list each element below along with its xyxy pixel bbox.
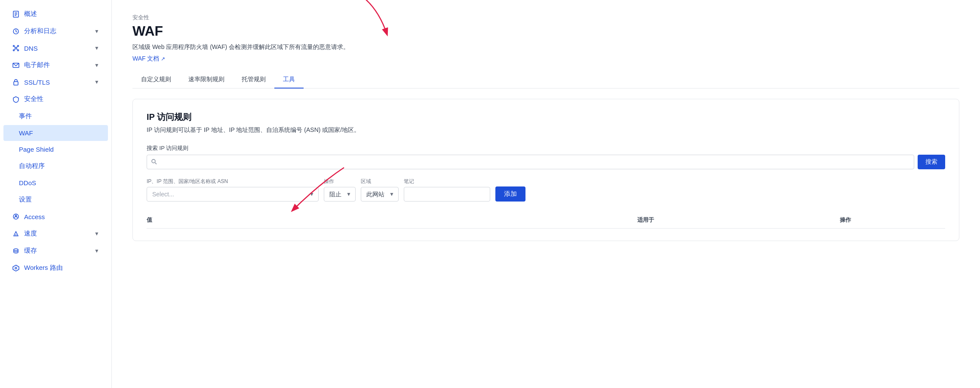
workers-icon [12, 264, 20, 272]
search-input[interactable] [147, 155, 914, 169]
access-icon [12, 213, 20, 220]
filter-row: IP、IP 范围、国家/地区名称或 ASN Select... ▼ 操作 阻止 … [147, 178, 945, 202]
main-content: 安全性 WAF 区域级 Web 应用程序防火墙 (WAF) 会检测并缓解此区域下… [112, 0, 980, 388]
tab-custom-rules[interactable]: 自定义规则 [132, 71, 180, 89]
lock-icon [12, 78, 20, 86]
sidebar-item-settings[interactable]: 设置 [3, 191, 108, 208]
sidebar-item-overview[interactable]: 概述 [3, 6, 108, 22]
sidebar-item-access[interactable]: Access [3, 208, 108, 225]
notes-filter-group: 笔记 [404, 178, 490, 202]
sidebar-item-label: 自动程序 [19, 162, 45, 170]
chevron-icon: ▼ [94, 62, 99, 68]
sidebar-item-label: SSL/TLS [24, 79, 50, 86]
tab-managed-rules[interactable]: 托管规则 [233, 71, 274, 89]
sidebar-item-label: 缓存 [24, 247, 37, 255]
search-row: 搜索 [147, 155, 945, 169]
sidebar-item-label: DNS [24, 45, 38, 52]
svg-line-13 [17, 49, 18, 50]
sidebar-item-workers[interactable]: Workers 路由 [3, 260, 108, 276]
col-action-header: 操作 [746, 216, 945, 224]
sidebar-item-analytics[interactable]: 分析和日志 ▼ [3, 23, 108, 40]
tab-rate-rules[interactable]: 速率限制规则 [180, 71, 233, 89]
sidebar-item-security[interactable]: 安全性 [3, 91, 108, 107]
sidebar-item-label: Page Shield [19, 146, 54, 153]
card-title: IP 访问规则 [147, 111, 945, 123]
notes-input[interactable] [404, 187, 490, 202]
svg-point-22 [15, 267, 17, 269]
action-select[interactable]: 阻止 允许 质询 绕过 [324, 187, 356, 202]
page-description: 区域级 Web 应用程序防火墙 (WAF) 会检测并缓解此区域下所有流量的恶意请… [132, 43, 959, 51]
sidebar-item-email[interactable]: 电子邮件 ▼ [3, 57, 108, 73]
tabs-container: 自定义规则 速率限制规则 托管规则 工具 [132, 71, 959, 89]
svg-point-23 [152, 159, 155, 163]
svg-line-12 [15, 49, 15, 50]
chevron-icon: ▼ [94, 45, 99, 51]
sidebar-item-label: Access [24, 213, 45, 220]
file-icon [12, 10, 20, 18]
email-icon [12, 61, 20, 69]
sidebar-item-bot[interactable]: 自动程序 [3, 158, 108, 174]
sidebar-item-page-shield[interactable]: Page Shield [3, 141, 108, 157]
sidebar-item-label: WAF [19, 129, 33, 137]
ip-filter-group: IP、IP 范围、国家/地区名称或 ASN Select... ▼ [147, 178, 319, 202]
ip-select-wrapper: Select... ▼ [147, 187, 319, 202]
sidebar: 概述 分析和日志 ▼ DNS ▼ [0, 0, 112, 388]
sidebar-item-speed[interactable]: 速度 ▼ [3, 225, 108, 242]
zone-label: 区域 [361, 178, 399, 185]
search-label: 搜索 IP 访问规则 [147, 144, 945, 152]
col-value-header: 值 [147, 216, 546, 224]
ip-select[interactable]: Select... [147, 187, 319, 202]
sidebar-item-ssl[interactable]: SSL/TLS ▼ [3, 74, 108, 90]
action-filter-group: 操作 阻止 允许 质询 绕过 ▼ [324, 178, 356, 202]
svg-line-24 [155, 162, 157, 164]
clock-icon [12, 27, 20, 35]
col-applies-header: 适用于 [546, 216, 746, 224]
svg-point-17 [15, 215, 17, 217]
chevron-icon: ▼ [94, 248, 99, 254]
zone-select[interactable]: 此网站 全部 [361, 187, 399, 202]
tab-tools[interactable]: 工具 [274, 71, 304, 89]
chevron-icon: ▼ [94, 28, 99, 34]
red-arrow-1 [112, 26, 129, 103]
sidebar-item-label: 安全性 [24, 95, 43, 103]
svg-point-20 [14, 249, 18, 251]
sidebar-item-dns[interactable]: DNS ▼ [3, 40, 108, 56]
chevron-icon: ▼ [94, 79, 99, 85]
page-subtitle: 安全性 [132, 14, 959, 21]
doc-link[interactable]: WAF 文档 ↗ [132, 55, 165, 63]
sidebar-item-label: 事件 [19, 112, 32, 120]
svg-marker-21 [13, 265, 19, 271]
ip-rules-card: IP 访问规则 IP 访问规则可以基于 IP 地址、IP 地址范围、自治系统编号… [132, 99, 959, 241]
sidebar-item-label: Workers 路由 [24, 264, 63, 272]
search-icon [151, 159, 157, 166]
network-icon [12, 44, 20, 52]
svg-point-5 [15, 47, 17, 49]
speed-icon [12, 230, 20, 238]
action-select-wrapper: 阻止 允许 质询 绕过 ▼ [324, 187, 356, 202]
filter-label: IP、IP 范围、国家/地区名称或 ASN [147, 178, 319, 185]
sidebar-item-label: 速度 [24, 229, 37, 238]
sidebar-item-cache[interactable]: 缓存 ▼ [3, 242, 108, 259]
chevron-icon: ▼ [94, 231, 99, 237]
card-description: IP 访问规则可以基于 IP 地址、IP 地址范围、自治系统编号 (ASN) 或… [147, 126, 945, 134]
shield-icon [12, 95, 20, 103]
zone-select-wrapper: 此网站 全部 ▼ [361, 187, 399, 202]
sidebar-item-ddos[interactable]: DDoS [3, 175, 108, 191]
sidebar-item-label: 设置 [19, 196, 32, 204]
page-title: WAF [132, 23, 959, 39]
add-button[interactable]: 添加 [495, 186, 525, 202]
svg-line-11 [17, 47, 18, 48]
table-header: 值 适用于 操作 [147, 212, 945, 229]
add-button-wrapper: 添加 [495, 186, 525, 202]
action-label: 操作 [324, 178, 356, 185]
sidebar-item-events[interactable]: 事件 [3, 108, 108, 125]
external-link-icon: ↗ [161, 56, 165, 62]
svg-rect-15 [14, 82, 18, 85]
search-button[interactable]: 搜索 [918, 155, 945, 169]
sidebar-item-label: 电子邮件 [24, 61, 50, 69]
sidebar-item-label: 分析和日志 [24, 27, 56, 35]
sidebar-item-label: DDoS [19, 179, 36, 186]
sidebar-item-label: 概述 [24, 10, 37, 18]
svg-line-10 [15, 47, 15, 48]
sidebar-item-waf[interactable]: WAF [3, 125, 108, 141]
